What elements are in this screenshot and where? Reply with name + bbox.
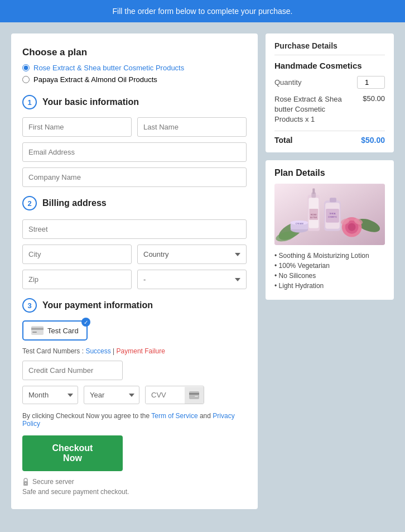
- svg-rect-20: [312, 188, 315, 194]
- product-row: Rose Extract & Shea butter Cosmetic Prod…: [274, 94, 385, 125]
- section3-number: 3: [22, 298, 37, 313]
- street-row: [22, 219, 247, 239]
- safe-text: Safe and secure payment checkout.: [22, 488, 247, 496]
- banner-text: Fill the order form below to complete yo…: [113, 7, 293, 16]
- svg-text:COSMETIC: COSMETIC: [328, 216, 338, 218]
- checkout-button[interactable]: Checkout Now: [22, 435, 123, 471]
- test-card-label: Test Card: [47, 327, 79, 335]
- zip-input[interactable]: [22, 270, 132, 289]
- plan-option-2-label: Papaya Extract & Almond Oil Products: [33, 75, 157, 84]
- checkout-label: Checkout Now: [52, 443, 93, 463]
- first-name-input[interactable]: [22, 117, 132, 137]
- company-row: [22, 167, 247, 187]
- page-wrapper: Fill the order form below to complete yo…: [0, 0, 405, 532]
- section1-heading: 1 Your basic information: [22, 95, 247, 109]
- terms-of-service-link[interactable]: Term of Service: [151, 412, 197, 420]
- product-price: $50.00: [363, 94, 385, 103]
- product-image-svg: ROSE BUTTER SHEA COSMETIC: [274, 184, 385, 245]
- plan-option-2[interactable]: Papaya Extract & Almond Oil Products: [22, 75, 247, 84]
- terms-text: By clicking Checkout Now you agree to th…: [22, 412, 247, 428]
- cvv-icon: [185, 387, 204, 404]
- quantity-row: Quantity: [274, 76, 385, 89]
- plan-features: Soothing & Moisturizing Lotion 100% Vege…: [274, 252, 385, 290]
- section2-title: Billing address: [42, 198, 107, 208]
- year-select[interactable]: Year 20242025202620272028: [84, 386, 139, 404]
- svg-rect-4: [189, 393, 199, 395]
- choose-plan-title: Choose a plan: [22, 47, 247, 58]
- credit-card-wrapper: [22, 361, 247, 380]
- plan-option-1-label: Rose Extract & Shea butter Cosmetic Prod…: [33, 64, 184, 72]
- svg-rect-2: [32, 332, 37, 333]
- total-label: Total: [274, 136, 292, 145]
- svg-point-7: [25, 483, 26, 484]
- section1-number: 1: [22, 95, 37, 109]
- test-card-check-icon: ✓: [81, 318, 90, 327]
- cvv-input[interactable]: [146, 386, 185, 404]
- secure-server: Secure server: [22, 478, 247, 486]
- svg-text:CREAM: CREAM: [295, 222, 303, 224]
- month-select[interactable]: Month 01020304 05060708 09101112: [22, 386, 78, 404]
- card-back-icon: [189, 391, 199, 399]
- name-row: [22, 117, 247, 137]
- secure-server-label: Secure server: [32, 478, 74, 486]
- section3-title: Your payment information: [42, 300, 153, 310]
- quantity-input[interactable]: [357, 76, 385, 89]
- total-row: Total $50.00: [274, 131, 385, 145]
- plan-details-title: Plan Details: [274, 168, 385, 178]
- terms-middle: and: [200, 412, 213, 420]
- zip-state-row: - CA NY TX: [22, 270, 247, 289]
- expiry-row: Month 01020304 05060708 09101112 Year 20…: [22, 386, 247, 404]
- section2-heading: 2 Billing address: [22, 196, 247, 210]
- product-description: Rose Extract & Shea butter Cosmetic Prod…: [274, 94, 347, 125]
- left-panel: Choose a plan Rose Extract & Shea butter…: [11, 33, 258, 509]
- total-amount: $50.00: [361, 136, 385, 145]
- section3-heading: 3 Your payment information: [22, 298, 247, 313]
- email-input[interactable]: [22, 142, 247, 162]
- terms-prefix: By clicking Checkout Now you agree to th…: [22, 412, 151, 420]
- svg-rect-0: [31, 326, 44, 335]
- city-country-row: Country United States United Kingdom Can…: [22, 245, 247, 264]
- payment-failure-link[interactable]: Payment Failure: [117, 347, 165, 355]
- plan-radio-2[interactable]: [22, 76, 30, 83]
- svg-rect-1: [31, 328, 44, 330]
- top-banner: Fill the order form below to complete yo…: [0, 0, 405, 22]
- purchase-details-title: Purchase Details: [274, 41, 385, 55]
- svg-point-14: [348, 223, 356, 231]
- company-input[interactable]: [22, 167, 247, 187]
- svg-text:BUTTER: BUTTER: [310, 216, 317, 218]
- feature-3: No Silicones: [274, 272, 385, 280]
- feature-4: Light Hydration: [274, 282, 385, 290]
- quantity-label: Quantity: [274, 78, 301, 87]
- feature-2: 100% Vegetarian: [274, 262, 385, 270]
- section2-number: 2: [22, 196, 37, 210]
- lock-icon: [22, 478, 29, 486]
- svg-text:ROSE: ROSE: [311, 213, 317, 216]
- state-select[interactable]: - CA NY TX: [137, 270, 247, 289]
- plan-option-1[interactable]: Rose Extract & Shea butter Cosmetic Prod…: [22, 64, 247, 72]
- test-card-button[interactable]: Test Card ✓: [22, 320, 88, 341]
- product-visual: ROSE BUTTER SHEA COSMETIC: [274, 184, 385, 245]
- main-content: Choose a plan Rose Extract & Shea butter…: [0, 22, 405, 520]
- plan-radio-1[interactable]: [22, 64, 30, 71]
- feature-1: Soothing & Moisturizing Lotion: [274, 252, 385, 260]
- cvv-wrapper: [145, 386, 204, 404]
- card-icon: [31, 326, 44, 335]
- country-select[interactable]: Country United States United Kingdom Can…: [137, 245, 247, 264]
- plan-options: Rose Extract & Shea butter Cosmetic Prod…: [22, 64, 247, 84]
- street-input[interactable]: [22, 219, 247, 239]
- test-card-numbers: Test Card Numbers : Success | Payment Fa…: [22, 347, 247, 355]
- svg-rect-3: [189, 391, 199, 399]
- svg-text:SHEA: SHEA: [330, 212, 336, 215]
- city-input[interactable]: [22, 245, 132, 264]
- email-row: [22, 142, 247, 162]
- success-link[interactable]: Success: [85, 347, 110, 355]
- test-card-prefix: Test Card Numbers :: [22, 347, 85, 355]
- last-name-input[interactable]: [137, 117, 247, 137]
- svg-rect-5: [195, 396, 198, 397]
- product-name: Handmade Cosmetics: [274, 61, 385, 70]
- section1-title: Your basic information: [42, 97, 139, 107]
- svg-rect-26: [330, 198, 336, 202]
- purchase-details-box: Purchase Details Handmade Cosmetics Quan…: [266, 33, 394, 152]
- plan-details-box: Plan Details: [266, 160, 394, 300]
- credit-card-input[interactable]: [22, 361, 123, 380]
